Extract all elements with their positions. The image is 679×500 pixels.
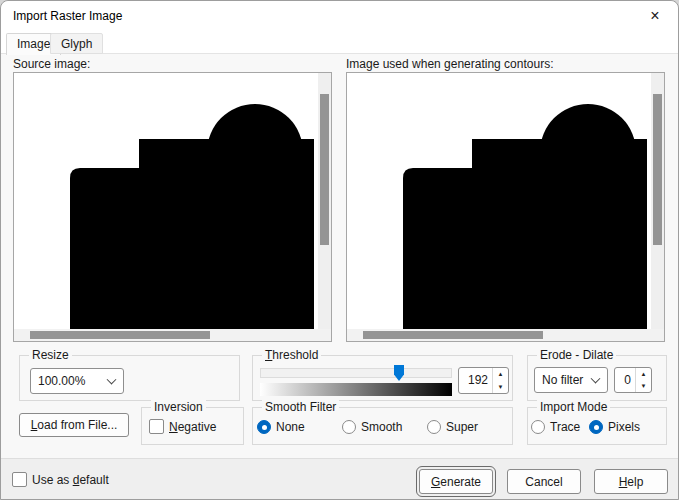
radio-button-icon[interactable]	[531, 420, 545, 434]
radio-trace[interactable]: Trace	[531, 420, 580, 434]
erode-dilate-group-label: Erode - Dilate	[537, 348, 616, 362]
inversion-group-label: Inversion	[151, 400, 206, 414]
threshold-group-label: Threshold	[262, 348, 321, 362]
radio-none[interactable]: None	[257, 420, 305, 434]
window-title: Import Raster Image	[13, 9, 122, 23]
radio-smooth[interactable]: Smooth	[342, 420, 402, 434]
threshold-spin-buttons: ▲ ▼	[492, 368, 508, 393]
radio-button-icon[interactable]	[589, 420, 603, 434]
inversion-group: Inversion Negative	[141, 407, 244, 445]
erode-filter-value: No filter	[542, 373, 583, 387]
vertical-scrollbar-thumb[interactable]	[320, 94, 329, 245]
resize-combobox[interactable]: 100.00%	[30, 368, 124, 394]
horizontal-scrollbar[interactable]	[14, 329, 331, 341]
spin-up-icon[interactable]: ▲	[493, 368, 508, 381]
negative-checkbox[interactable]	[149, 419, 164, 434]
footer-bar: Use as default Generate Cancel Help	[1, 458, 678, 500]
resize-group: Resize 100.00%	[19, 355, 240, 401]
radio-super-label: Super	[446, 420, 478, 434]
erode-amount-spinbox[interactable]: 0 ▲ ▼	[614, 367, 652, 393]
radio-pixels[interactable]: Pixels	[589, 420, 640, 434]
contours-image-panel	[346, 72, 665, 342]
contours-image-label: Image used when generating contours:	[346, 57, 553, 71]
threshold-spinbox[interactable]: 192 ▲ ▼	[458, 367, 509, 394]
title-bar: Import Raster Image ×	[1, 1, 678, 31]
horizontal-scrollbar-thumb[interactable]	[30, 331, 210, 339]
import-raster-image-dialog: Import Raster Image × Image Glyph Source…	[0, 0, 679, 500]
threshold-slider[interactable]	[260, 365, 452, 381]
horizontal-scrollbar-thumb[interactable]	[363, 331, 543, 339]
help-button[interactable]: Help	[594, 469, 668, 494]
source-image-preview	[14, 73, 318, 329]
close-button[interactable]: ×	[632, 1, 678, 31]
smooth-filter-group-label: Smooth Filter	[262, 400, 339, 414]
threshold-slider-track[interactable]	[260, 368, 452, 378]
negative-label: Negative	[169, 420, 216, 434]
raster-shape	[14, 73, 318, 329]
erode-amount-value: 0	[615, 368, 635, 392]
radio-button-icon[interactable]	[427, 420, 441, 434]
import-mode-group-label: Import Mode	[537, 400, 610, 414]
threshold-group: Threshold 192 ▲ ▼	[252, 355, 513, 401]
source-image-label: Source image:	[13, 57, 90, 71]
radio-button-icon[interactable]	[257, 420, 271, 434]
radio-trace-label: Trace	[550, 420, 580, 434]
spin-up-icon[interactable]: ▲	[636, 368, 651, 380]
spin-down-icon[interactable]: ▼	[493, 381, 508, 394]
negative-checkbox-row[interactable]: Negative	[149, 419, 216, 434]
vertical-scrollbar-thumb[interactable]	[653, 94, 662, 245]
contours-image-preview	[347, 73, 651, 329]
cancel-button[interactable]: Cancel	[507, 469, 581, 494]
import-mode-group: Import Mode Trace Pixels	[527, 407, 667, 445]
tab-glyph[interactable]: Glyph	[50, 33, 103, 54]
radio-super[interactable]: Super	[427, 420, 478, 434]
erode-dilate-group: Erode - Dilate No filter 0 ▲ ▼	[527, 355, 667, 401]
vertical-scrollbar[interactable]	[651, 73, 664, 329]
vertical-scrollbar[interactable]	[318, 73, 331, 329]
close-icon: ×	[650, 8, 659, 24]
source-image-panel	[13, 72, 332, 342]
chevron-down-icon	[107, 375, 117, 385]
radio-button-icon[interactable]	[342, 420, 356, 434]
use-as-default-label: Use as default	[32, 473, 109, 487]
threshold-value: 192	[459, 368, 492, 393]
radio-none-label: None	[276, 420, 305, 434]
erode-filter-combobox[interactable]: No filter	[534, 367, 608, 393]
resize-group-label: Resize	[29, 348, 72, 362]
radio-pixels-label: Pixels	[608, 420, 640, 434]
use-as-default-row[interactable]: Use as default	[12, 472, 109, 487]
use-as-default-checkbox[interactable]	[12, 472, 27, 487]
spin-down-icon[interactable]: ▼	[636, 380, 651, 392]
tab-bar: Image Glyph	[1, 31, 678, 54]
raster-shape	[347, 73, 651, 329]
smooth-filter-group: Smooth Filter None Smooth Super	[252, 407, 513, 445]
resize-value: 100.00%	[38, 374, 85, 388]
erode-spin-buttons: ▲ ▼	[635, 368, 651, 392]
generate-button[interactable]: Generate	[419, 469, 493, 494]
threshold-slider-thumb[interactable]	[394, 365, 404, 381]
horizontal-scrollbar[interactable]	[347, 329, 664, 341]
load-from-file-button[interactable]: Load from File...	[19, 413, 129, 437]
chevron-down-icon	[591, 374, 601, 384]
threshold-gradient-bar	[260, 383, 452, 396]
radio-smooth-label: Smooth	[361, 420, 402, 434]
